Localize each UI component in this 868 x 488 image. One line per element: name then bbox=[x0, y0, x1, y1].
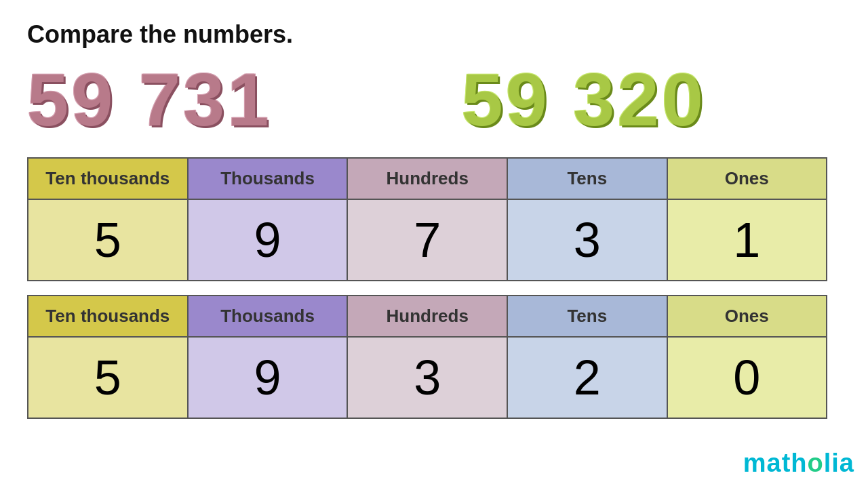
header-ten-thousands-1: Ten thousands bbox=[28, 158, 188, 199]
table-1: Ten thousands Thousands Hundreds Tens On… bbox=[27, 157, 827, 281]
header-ones-1: Ones bbox=[667, 158, 827, 199]
matholia-logo: matholia bbox=[743, 449, 854, 478]
cell-hundreds-1: 7 bbox=[347, 199, 507, 281]
cell-tens-1: 3 bbox=[507, 199, 667, 281]
cell-ten-thousands-1: 5 bbox=[28, 199, 188, 281]
header-tens-2: Tens bbox=[507, 296, 667, 337]
header-ten-thousands-2: Ten thousands bbox=[28, 296, 188, 337]
logo-text-3: lia bbox=[824, 449, 854, 477]
tables-container: Ten thousands Thousands Hundreds Tens On… bbox=[27, 157, 841, 419]
cell-thousands-1: 9 bbox=[188, 199, 348, 281]
numbers-row: 59 731 59 320 bbox=[27, 62, 841, 137]
cell-ones-2: 0 bbox=[667, 337, 827, 418]
logo-text-2: o bbox=[808, 449, 824, 477]
header-hundreds-1: Hundreds bbox=[347, 158, 507, 199]
number-1: 59 731 bbox=[27, 62, 271, 137]
cell-tens-2: 2 bbox=[507, 337, 667, 418]
instruction-text: Compare the numbers. bbox=[27, 20, 841, 49]
logo-text: math bbox=[743, 449, 808, 477]
header-hundreds-2: Hundreds bbox=[347, 296, 507, 337]
main-content: Compare the numbers. 59 731 59 320 Ten t… bbox=[0, 0, 868, 439]
table-2: Ten thousands Thousands Hundreds Tens On… bbox=[27, 295, 827, 419]
header-tens-1: Tens bbox=[507, 158, 667, 199]
header-ones-2: Ones bbox=[667, 296, 827, 337]
header-thousands-2: Thousands bbox=[188, 296, 348, 337]
cell-hundreds-2: 3 bbox=[347, 337, 507, 418]
number-2: 59 320 bbox=[461, 62, 705, 137]
cell-ten-thousands-2: 5 bbox=[28, 337, 188, 418]
cell-ones-1: 1 bbox=[667, 199, 827, 281]
header-thousands-1: Thousands bbox=[188, 158, 348, 199]
cell-thousands-2: 9 bbox=[188, 337, 348, 418]
